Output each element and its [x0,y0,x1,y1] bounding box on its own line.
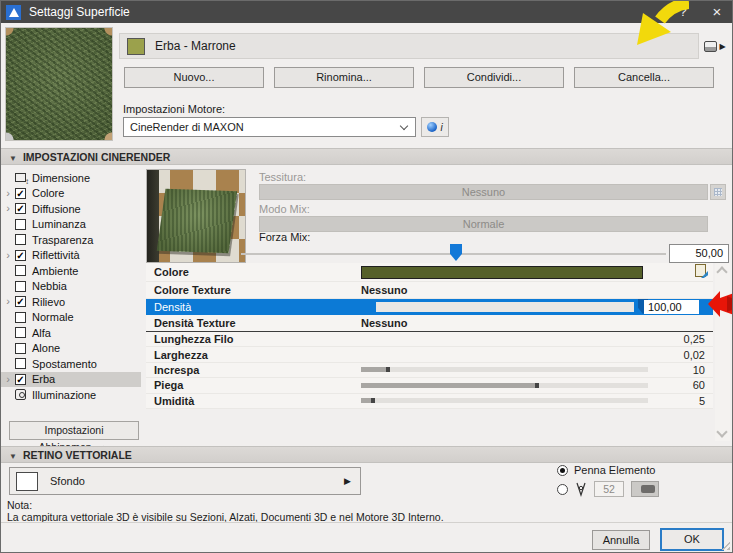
prop-row-larghezza[interactable]: Larghezza0,02 [146,347,713,362]
prop-row-lunghezza-filo[interactable]: Lunghezza Filo0,25 [146,332,713,347]
tree-item-trasparenza[interactable]: Trasparenza [1,232,141,248]
tree-item-label: Alfa [32,327,51,339]
channel-checkbox[interactable] [15,343,26,354]
prop-row-colore[interactable]: Colore [146,263,713,282]
tree-item-alfa[interactable]: Alfa [1,325,141,341]
help-button[interactable]: ? [668,1,698,23]
prop-value-number[interactable]: 0,25 [684,333,705,345]
channel-checkbox[interactable]: ✓ [15,203,26,214]
tree-item-normale[interactable]: Normale [1,310,141,326]
densita-value-field[interactable]: 100,00 [644,300,699,314]
expander-icon[interactable]: › [1,296,15,307]
prop-row-densità[interactable]: Densità100,00 [146,299,713,315]
tree-item-spostamento[interactable]: Spostamento [1,356,141,372]
condividi-button[interactable]: Condividi... [424,67,564,88]
cinerender-section-header[interactable]: ▼IMPOSTAZIONI CINERENDER [1,148,733,165]
nuovo-button[interactable]: Nuovo... [124,67,264,88]
channel-checkbox[interactable]: ✓ [15,374,26,385]
ok-button[interactable]: OK [660,528,724,551]
sfondo-swatch [16,472,38,491]
titlebar[interactable]: Settaggi Superficie ? × [1,1,733,23]
tree-item-label: Spostamento [32,358,97,370]
prop-value-number[interactable]: 10 [693,364,705,376]
modo-mix-value-bar[interactable]: Normale [259,216,708,232]
expander-icon[interactable]: › [1,203,15,214]
rinomina-button[interactable]: Rinomina... [274,67,414,88]
scroll-up-icon[interactable] [716,266,727,277]
surface-name-selector[interactable]: Erba - Marrone [119,33,699,59]
forza-mix-value-field[interactable]: 50,00 [669,244,729,263]
color-swatch-bar[interactable] [361,266,643,279]
engine-info-button[interactable]: i [421,117,449,137]
picture-icon [704,41,717,52]
cinerender-header-label: IMPOSTAZIONI CINERENDER [23,151,170,163]
expander-icon[interactable]: › [1,188,15,199]
retino-section-header[interactable]: ▼RETINO VETTORIALE [1,446,733,463]
channel-checkbox[interactable] [15,219,26,230]
forza-mix-slider-handle[interactable] [450,244,462,261]
tree-item-erba[interactable]: ›✓Erba [1,372,141,388]
color-picker-icon[interactable] [695,264,711,279]
expander-icon[interactable]: › [1,250,15,261]
tree-item-illuminazione[interactable]: Illuminazione [1,387,141,403]
tree-item-ambiente[interactable]: Ambiente [1,263,141,279]
prop-label: Umidità [146,395,194,407]
penna-elemento-radio[interactable] [557,465,568,476]
channel-checkbox[interactable] [15,312,26,323]
tree-item-diffusione[interactable]: ›✓Diffusione [1,201,141,217]
prop-value-number[interactable]: 60 [693,379,705,391]
tessitura-value-bar[interactable]: Nessuno [259,184,708,200]
densita-slider-track[interactable] [376,302,634,312]
channel-checkbox[interactable] [15,327,26,338]
prop-value-text: Nessuno [361,317,407,329]
channel-checkbox[interactable] [15,281,26,292]
info-icon: i [440,122,442,133]
panel-scrollbar[interactable] [715,263,730,441]
channel-checkbox[interactable]: ✓ [15,188,26,199]
prop-row-umidità[interactable]: Umidità5 [146,394,713,409]
prop-slider-track[interactable] [361,383,648,388]
channel-checkbox[interactable] [15,265,26,276]
channel-checkbox[interactable] [15,234,26,245]
channel-checkbox[interactable]: ✓ [15,250,26,261]
tree-item-colore[interactable]: ›✓Colore [1,186,141,202]
prop-row-increspa[interactable]: Increspa10 [146,363,713,378]
sfondo-combo[interactable]: Sfondo ▶ [9,467,361,495]
engine-select[interactable]: CineRender di MAXON [123,117,416,137]
cinerender-tree: Dimensione›✓Colore›✓DiffusioneLuminanzaT… [1,170,141,403]
menu-arrow-icon: ▶ [719,42,725,51]
tree-item-nebbia[interactable]: Nebbia [1,279,141,295]
size-icon [15,173,26,182]
pen-number-field[interactable]: 52 [594,481,624,497]
footer-divider [1,522,733,523]
engine-selected-value: CineRender di MAXON [130,121,244,133]
tree-item-rilievo[interactable]: ›✓Rilievo [1,294,141,310]
tree-item-alone[interactable]: Alone [1,341,141,357]
channel-checkbox[interactable]: ✓ [15,296,26,307]
tree-item-label: Normale [32,311,74,323]
prop-value-number[interactable]: 5 [699,395,705,407]
channel-checkbox[interactable] [15,358,26,369]
custom-pen-radio[interactable] [557,484,568,495]
texture-preview-menu-button[interactable]: ▶ [701,35,729,57]
prop-row-densità-texture[interactable]: Densità TextureNessuno [146,315,713,332]
material-preview-image [146,169,246,263]
close-button[interactable]: × [702,1,732,23]
prop-row-piega[interactable]: Piega60 [146,378,713,393]
prop-row-colore-texture[interactable]: Colore TextureNessuno [146,282,713,299]
prop-slider-track[interactable] [361,398,648,403]
cancella-button[interactable]: Cancella... [574,67,714,88]
prop-slider-track[interactable] [361,367,648,372]
scroll-down-icon[interactable] [716,426,727,437]
match-settings-button[interactable]: Impostazioni Abbinamen...▶ [9,421,139,440]
chevron-down-icon [400,122,408,130]
annulla-button[interactable]: Annulla [592,530,650,550]
tree-item-dimensione[interactable]: Dimensione [1,170,141,186]
tessitura-browse-button[interactable] [710,184,726,200]
collapse-triangle-icon: ▼ [9,452,17,461]
tree-item-riflettività[interactable]: ›✓Riflettività [1,248,141,264]
prop-value-number[interactable]: 0,02 [684,349,705,361]
pen-color-preview-button[interactable] [631,481,659,497]
tree-item-luminanza[interactable]: Luminanza [1,217,141,233]
expander-icon[interactable]: › [1,374,15,385]
